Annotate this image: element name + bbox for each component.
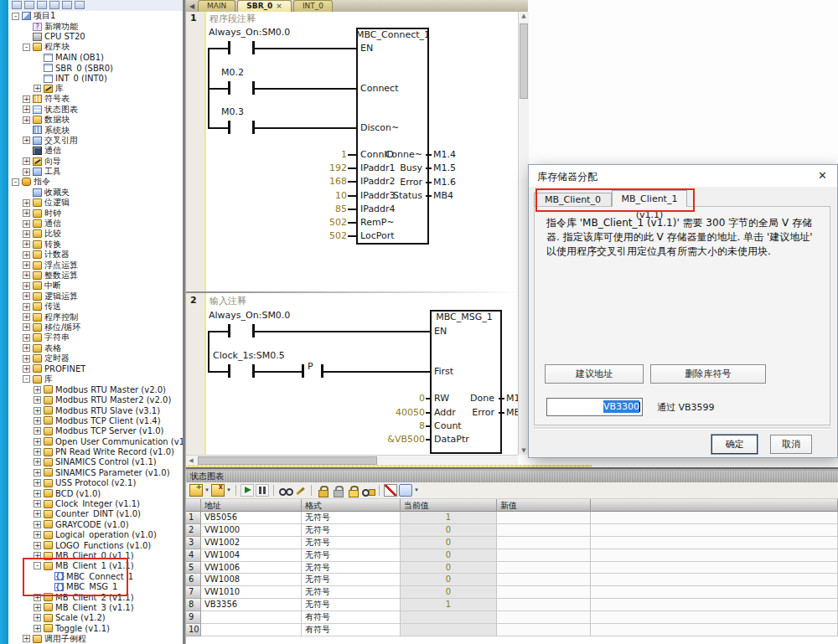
table2-icon[interactable] <box>62 1 72 9</box>
expand-icon[interactable]: + <box>23 303 30 311</box>
tree-item[interactable]: +MB_Client_2 (v1.1) <box>10 592 183 602</box>
dropdown-caret-icon[interactable]: ▾ <box>413 484 420 497</box>
new-value-cell[interactable] <box>497 524 591 537</box>
address-cell[interactable]: VW1006 <box>201 562 302 574</box>
force-new-icon[interactable] <box>346 484 360 497</box>
expand-icon[interactable]: + <box>23 240 30 248</box>
param-value[interactable]: &VB500 <box>345 434 425 445</box>
expand-icon[interactable]: + <box>34 531 41 538</box>
tree-item[interactable]: +BCD (v1.0) <box>10 488 183 498</box>
address-cell[interactable] <box>201 611 302 624</box>
expand-icon[interactable]: + <box>23 95 30 103</box>
contact-label[interactable]: Always_On:SM0.0 <box>209 27 290 38</box>
new-value-cell[interactable] <box>497 611 591 624</box>
expand-icon[interactable]: + <box>23 157 30 165</box>
contact-label[interactable]: M0.3 <box>221 106 244 117</box>
collapse-icon[interactable]: - <box>12 13 19 20</box>
expand-icon[interactable]: + <box>34 604 41 611</box>
row-number-cell[interactable]: 2 <box>186 524 201 537</box>
expand-icon[interactable]: + <box>23 292 30 300</box>
tree-item[interactable]: +MB_Client_0 (v1.1) <box>10 550 183 560</box>
param-value[interactable]: 1 <box>280 149 347 160</box>
expand-icon[interactable]: + <box>34 625 41 632</box>
format-cell[interactable]: 有符号 <box>302 611 401 624</box>
tree-item[interactable]: +Modbus RTU Master (v2.0) <box>10 384 183 394</box>
tab-scroll-left-icon[interactable]: ◀ <box>186 3 198 12</box>
suggest-address-button[interactable]: 建议地址 <box>545 364 644 384</box>
tree-item[interactable]: +Modbus TCP Client (v1.4) <box>10 415 183 425</box>
expand-icon[interactable]: + <box>34 510 41 518</box>
network-comment[interactable]: 程序段注释 <box>210 13 256 25</box>
columns-icon[interactable] <box>24 1 34 9</box>
expand-icon[interactable]: + <box>34 614 41 621</box>
expand-icon[interactable]: + <box>34 594 41 601</box>
tree-item[interactable]: +符号表 <box>10 94 183 104</box>
expand-icon[interactable]: + <box>23 261 30 269</box>
tree-item[interactable]: +调用子例程 <box>10 633 183 643</box>
expand-icon[interactable]: + <box>23 355 30 363</box>
format-cell[interactable]: 无符号 <box>302 549 401 562</box>
editor-tab-sbr_0[interactable]: SBR_0× <box>237 0 292 12</box>
expand-icon[interactable]: + <box>34 438 41 446</box>
tree-item[interactable]: +Clock_Integer (v1.1) <box>10 498 183 508</box>
param-value[interactable]: 192 <box>280 162 347 173</box>
contact-label[interactable]: Clock_1s:SM0.5 <box>213 350 285 361</box>
tree-item[interactable]: -程序块 <box>10 42 183 52</box>
tree-item[interactable]: +PROFINET <box>10 363 183 374</box>
row-number-cell[interactable]: 5 <box>186 562 201 574</box>
expand-icon[interactable]: + <box>23 251 30 259</box>
expand-icon[interactable]: + <box>23 635 30 642</box>
tree-item[interactable]: -MB_Client_1 (v1.1) <box>10 561 183 571</box>
tree-item[interactable]: +浮点运算 <box>10 260 183 270</box>
grid-icon[interactable] <box>12 1 22 9</box>
row-number-cell[interactable]: 3 <box>186 537 201 549</box>
tree-item[interactable]: +Logical_operation (v1.0) <box>10 530 183 540</box>
address-cell[interactable]: VW1000 <box>201 524 302 537</box>
tree-item[interactable]: -项目1 <box>10 11 183 21</box>
contact-label[interactable]: Always_On:SM0.0 <box>209 310 290 321</box>
read-force-icon[interactable] <box>361 484 375 497</box>
tree-item[interactable]: +状态图表 <box>10 105 183 115</box>
address-cell[interactable]: VB3356 <box>201 599 302 611</box>
column-header[interactable] <box>591 499 838 512</box>
address-cell[interactable] <box>201 624 302 636</box>
param-value[interactable]: 502 <box>280 217 347 228</box>
expand-icon[interactable]: + <box>34 469 41 477</box>
dialog-tab-mb-client-0[interactable]: MB_Client_0 (v1.1) <box>534 193 612 207</box>
network-comment[interactable]: 输入注释 <box>210 295 246 307</box>
format-cell[interactable]: 无符号 <box>302 537 401 549</box>
expand-icon[interactable]: + <box>23 230 30 238</box>
expand-icon[interactable]: + <box>34 85 41 92</box>
format-cell[interactable]: 无符号 <box>302 599 401 611</box>
collapse-icon[interactable]: - <box>23 375 30 383</box>
tree-item[interactable]: +SINAMICS Control (v1.1) <box>10 457 183 467</box>
monitor-icon[interactable] <box>75 1 85 9</box>
dropdown-caret-icon[interactable]: ▾ <box>225 484 232 497</box>
column-header[interactable] <box>186 499 201 512</box>
output-operand[interactable]: M1.4 <box>433 149 456 160</box>
force-icon[interactable] <box>316 484 329 497</box>
tree-item[interactable]: +Toggle (v1.1) <box>10 623 183 633</box>
tree-item[interactable]: +中断 <box>10 281 183 291</box>
expand-icon[interactable]: + <box>34 407 41 415</box>
contact[interactable] <box>228 324 230 337</box>
expand-icon[interactable]: + <box>23 323 30 331</box>
tree-item[interactable]: {}MBC_Connect_1 <box>10 571 183 581</box>
new-value-cell[interactable] <box>497 586 591 599</box>
contact-label[interactable]: M0.2 <box>221 67 244 78</box>
address-cell[interactable]: VW1010 <box>201 586 302 599</box>
tree-item[interactable]: +时钟 <box>10 208 183 218</box>
row-number-cell[interactable]: 8 <box>186 599 201 611</box>
param-value[interactable]: 0 <box>345 393 425 404</box>
tree-item[interactable]: +位逻辑 <box>10 198 183 208</box>
expand-icon[interactable]: + <box>23 199 30 207</box>
column-header[interactable]: 地址 <box>201 499 302 512</box>
tree-item[interactable]: +表格 <box>10 343 183 353</box>
row-number-cell[interactable]: 9 <box>186 611 201 624</box>
status-chart-titlebar[interactable]: 状态图表 <box>186 471 838 482</box>
contact[interactable] <box>252 81 255 95</box>
tree-item[interactable]: 收藏夹 <box>10 188 183 198</box>
expand-icon[interactable]: + <box>23 334 30 342</box>
scroll-up-icon[interactable]: ▲ <box>519 13 529 19</box>
edge-contact[interactable] <box>321 364 323 378</box>
